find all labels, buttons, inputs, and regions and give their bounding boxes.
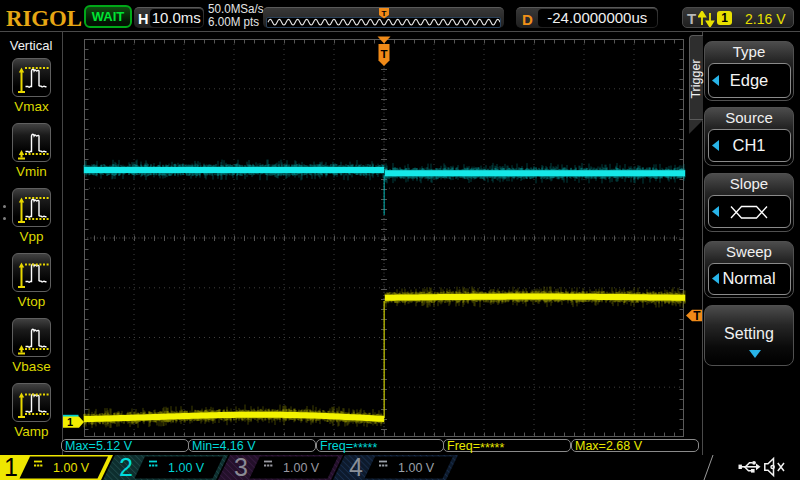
svg-text:T: T bbox=[382, 9, 387, 18]
svg-text:1.00 V: 1.00 V bbox=[398, 461, 435, 475]
svg-text:1.00 V: 1.00 V bbox=[283, 461, 320, 475]
svg-text:1: 1 bbox=[67, 416, 73, 428]
svg-text:3: 3 bbox=[234, 453, 248, 480]
svg-text:1: 1 bbox=[4, 453, 18, 480]
svg-text:2: 2 bbox=[119, 453, 133, 480]
svg-text:T: T bbox=[380, 48, 387, 60]
svg-text:1.00 V: 1.00 V bbox=[53, 461, 90, 475]
svg-text:4: 4 bbox=[349, 453, 363, 480]
svg-text:T: T bbox=[693, 309, 701, 323]
svg-text:1.00 V: 1.00 V bbox=[168, 461, 205, 475]
